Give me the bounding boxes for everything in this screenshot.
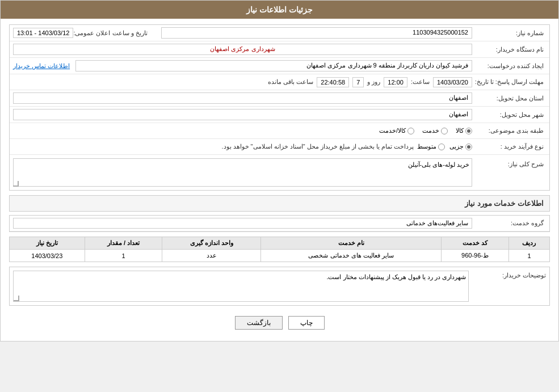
purchase-type-row: نوع فرآیند خرید : جزیی متوسط پرداخت تمام…: [10, 139, 549, 155]
service-group-row: گروه خدمت: سایر فعالیت‌های خدماتی: [10, 216, 549, 231]
deadline-row: مهلت ارسال پاسخ: تا تاریخ: 1403/03/20 سا…: [10, 74, 549, 90]
back-button[interactable]: بازگشت: [235, 316, 283, 330]
col-date: تاریخ نیاز: [10, 237, 85, 250]
contact-link[interactable]: اطلاعات تماس خریدار: [13, 62, 70, 70]
org-name-label: نام دستگاه خریدار:: [472, 46, 546, 53]
org-name-value: شهرداری مرکزی اصفهان: [13, 44, 472, 55]
radio-medium: [438, 144, 445, 150]
need-number-value: 1103094325000152: [161, 27, 472, 39]
page-wrapper: جزئیات اطلاعات نیاز شماره نیاز: 11030943…: [0, 0, 559, 342]
print-button[interactable]: چاپ: [288, 316, 325, 330]
deadline-time-label: ساعت:: [411, 78, 430, 86]
purchase-medium-label: متوسط: [417, 143, 436, 150]
service-group-value: سایر فعالیت‌های خدماتی: [13, 218, 472, 229]
buyer-desc-text: شهرداری در رد یا قبول هریک از پیشنهادات …: [326, 273, 466, 280]
city-value: اصفهان: [13, 109, 472, 120]
main-form: شماره نیاز: 1103094325000152 تاریخ و ساع…: [9, 24, 550, 191]
purchase-type-details: جزیی متوسط پرداخت تمام یا بخشی از مبلغ خ…: [13, 143, 472, 150]
city-row: شهر محل تحویل: اصفهان: [10, 107, 549, 123]
need-summary-wrapper: خرید لوله-های بلی-آنیلن: [13, 158, 472, 187]
deadline-label: مهلت ارسال پاسخ: تا تاریخ:: [472, 78, 546, 86]
radio-both: [407, 128, 414, 134]
radio-service: [441, 128, 448, 134]
category-service-label: خدمت: [422, 127, 439, 134]
resize-handle: [13, 181, 19, 187]
description-row: توضیحات خریدار: شهرداری در رد یا قبول هر…: [10, 267, 549, 305]
description-form: توضیحات خریدار: شهرداری در رد یا قبول هر…: [9, 267, 550, 306]
deadline-remaining: 22:40:58: [317, 77, 349, 87]
cell-quantity: 1: [85, 250, 162, 262]
category-option-service[interactable]: خدمت: [422, 127, 448, 134]
creator-row: ایجاد کننده درخواست: فرشید کیوان داریان …: [10, 58, 549, 74]
deadline-remaining-label: ساعت باقی مانده: [268, 78, 313, 86]
category-label: طبقه بندی موضوعی:: [472, 127, 546, 134]
desc-resize-handle: [14, 296, 19, 301]
need-summary-label: شرح کلی نیاز:: [472, 158, 546, 168]
deadline-time: 12:00: [384, 77, 407, 87]
category-option-both[interactable]: کالا/خدمت: [379, 127, 414, 134]
services-section-title: اطلاعات خدمات مورد نیاز: [9, 195, 550, 212]
city-label: شهر محل تحویل:: [472, 111, 546, 119]
service-group-label: گروه خدمت:: [472, 220, 546, 227]
col-service-code: کد خدمت: [442, 237, 509, 250]
announce-date-value: 1403/03/12 - 13:01: [13, 28, 73, 38]
purchase-type-options: جزیی متوسط: [417, 143, 472, 150]
need-number-label: شماره نیاز:: [472, 29, 546, 37]
deadline-details: 1403/03/20 ساعت: 12:00 روز و 7 22:40:58 …: [13, 77, 472, 87]
purchase-partial-label: جزیی: [449, 143, 464, 150]
need-summary-value: خرید لوله-های بلی-آنیلن: [13, 158, 472, 187]
col-unit: واحد اندازه گیری: [162, 237, 261, 250]
category-row: طبقه بندی موضوعی: کالا خدمت کالا/خدمت: [10, 123, 549, 139]
category-both-label: کالا/خدمت: [379, 127, 406, 134]
table-row: 1 ط-96-960 سایر فعالیت های خدماتی شخصی ع…: [10, 250, 550, 262]
services-table: ردیف کد خدمت نام خدمت واحد اندازه گیری ت…: [9, 237, 550, 262]
purchase-type-desc: پرداخت تمام یا بخشی از مبلغ خریداز محل "…: [13, 143, 414, 150]
table-header-row: ردیف کد خدمت نام خدمت واحد اندازه گیری ت…: [10, 237, 550, 250]
cell-row-num: 1: [508, 250, 549, 262]
category-goods-label: کالا: [456, 127, 464, 134]
buyer-desc-label: توضیحات خریدار:: [472, 271, 546, 279]
purchase-type-medium[interactable]: متوسط: [417, 143, 445, 150]
deadline-date: 1403/03/20: [433, 77, 472, 87]
need-number-row: شماره نیاز: 1103094325000152 تاریخ و ساع…: [10, 25, 549, 41]
page-header: جزئیات اطلاعات نیاز: [1, 1, 558, 19]
announce-date-label: تاریخ و ساعت اعلان عمومی:: [73, 29, 149, 37]
creator-value: فرشید کیوان داریان کاربرداز منطقه 9 شهرد…: [75, 60, 472, 71]
org-name-row: نام دستگاه خریدار: شهرداری مرکزی اصفهان: [10, 41, 549, 58]
col-service-name: نام خدمت: [261, 237, 442, 250]
services-form: گروه خدمت: سایر فعالیت‌های خدماتی: [9, 215, 550, 232]
deadline-days: 7: [352, 77, 364, 87]
buyer-desc-value: شهرداری در رد یا قبول هریک از پیشنهادات …: [13, 271, 469, 302]
page-title: جزئیات اطلاعات نیاز: [246, 5, 313, 14]
buttons-row: چاپ بازگشت: [9, 310, 550, 335]
cell-service-name: سایر فعالیت های خدماتی شخصی: [261, 250, 442, 262]
province-row: استان محل تحویل: اصفهان: [10, 90, 549, 107]
cell-unit: عدد: [162, 250, 261, 262]
cell-service-code: ط-96-960: [442, 250, 509, 262]
category-options: کالا خدمت کالا/خدمت: [13, 127, 472, 134]
services-table-section: ردیف کد خدمت نام خدمت واحد اندازه گیری ت…: [9, 237, 550, 262]
col-quantity: تعداد / مقدار: [85, 237, 162, 250]
need-summary-row: شرح کلی نیاز: خرید لوله-های بلی-آنیلن: [10, 155, 549, 190]
radio-partial: [465, 144, 472, 150]
category-option-goods[interactable]: کالا: [456, 127, 472, 134]
radio-goods: [465, 128, 472, 134]
purchase-type-label: نوع فرآیند خرید :: [472, 143, 546, 150]
content-area: شماره نیاز: 1103094325000152 تاریخ و ساع…: [1, 19, 558, 341]
purchase-type-partial[interactable]: جزیی: [449, 143, 472, 150]
col-row-num: ردیف: [508, 237, 549, 250]
cell-date: 1403/03/23: [10, 250, 85, 262]
province-label: استان محل تحویل:: [472, 95, 546, 102]
creator-label: ایجاد کننده درخواست:: [472, 62, 546, 70]
province-value: اصفهان: [13, 92, 472, 104]
deadline-day-label: روز و: [367, 78, 380, 86]
